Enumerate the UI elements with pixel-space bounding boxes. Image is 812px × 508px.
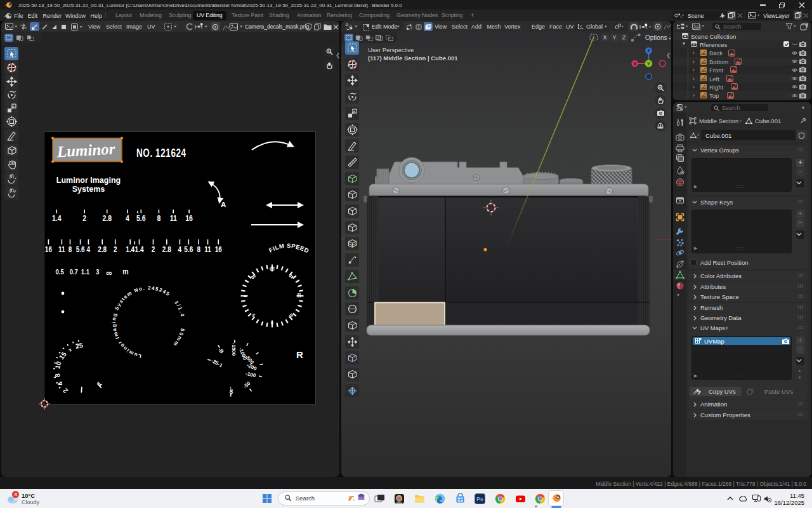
svg-text:15: 15 xyxy=(57,350,68,361)
svg-text:-50: -50 xyxy=(242,380,252,390)
svg-text:16: 16 xyxy=(215,245,222,253)
svg-text:1.1: 1.1 xyxy=(81,268,89,276)
svg-text:5.6: 5.6 xyxy=(76,245,85,253)
svg-text:M365: M365 xyxy=(396,502,402,504)
svg-text:3: 3 xyxy=(96,268,99,276)
svg-text:-100: -100 xyxy=(245,371,256,378)
svg-text:5: 5 xyxy=(251,312,256,318)
svg-text:Luminor Imaging: Luminor Imaging xyxy=(56,176,121,185)
svg-text:11: 11 xyxy=(58,245,65,253)
svg-text:-25-1: -25-1 xyxy=(210,358,223,369)
svg-text:8: 8 xyxy=(157,213,160,223)
svg-text:4: 4 xyxy=(126,213,129,223)
svg-text:2: 2 xyxy=(61,387,69,395)
svg-text:5.6: 5.6 xyxy=(136,213,146,223)
svg-text:1: 1 xyxy=(95,380,103,388)
svg-text:40: 40 xyxy=(250,273,257,279)
svg-text:Systems: Systems xyxy=(72,185,105,194)
svg-text:5.6: 5.6 xyxy=(184,245,193,253)
svg-text:2: 2 xyxy=(82,213,86,223)
svg-text:2.8: 2.8 xyxy=(102,213,112,223)
svg-text:4: 4 xyxy=(178,245,182,253)
svg-text:NO. 121624: NO. 121624 xyxy=(136,146,187,159)
svg-text:4: 4 xyxy=(56,380,64,387)
svg-text:1.4: 1.4 xyxy=(126,245,135,253)
svg-text:2: 2 xyxy=(114,245,117,253)
svg-text:15: 15 xyxy=(297,293,301,298)
svg-text:-200: -200 xyxy=(246,362,258,371)
svg-text:8: 8 xyxy=(53,373,62,378)
svg-text:16: 16 xyxy=(45,245,52,253)
svg-text:2: 2 xyxy=(152,245,155,253)
svg-text:∞: ∞ xyxy=(106,267,112,278)
svg-text:X: X xyxy=(633,61,636,67)
svg-text:Luminor: Luminor xyxy=(56,140,115,161)
svg-text:FILM SPEED: FILM SPEED xyxy=(268,242,310,255)
svg-text:8: 8 xyxy=(69,245,72,253)
svg-text:1.4: 1.4 xyxy=(135,245,145,253)
svg-text:20: 20 xyxy=(270,267,275,271)
svg-text:11: 11 xyxy=(170,213,177,223)
svg-text:2.8: 2.8 xyxy=(98,245,107,253)
svg-text:0.5: 0.5 xyxy=(56,268,64,276)
svg-text:0: 0 xyxy=(271,321,273,325)
svg-text:2.8: 2.8 xyxy=(162,245,171,253)
svg-text:16: 16 xyxy=(185,213,193,223)
svg-text:Ps: Ps xyxy=(476,496,483,502)
svg-text:Y: Y xyxy=(647,61,650,67)
svg-text:Luminor Imaging System No. 245: Luminor Imaging System No. 245245 xyxy=(111,285,171,359)
svg-text:40: 40 xyxy=(288,273,295,280)
svg-text:25: 25 xyxy=(75,341,84,350)
svg-text:1.4: 1.4 xyxy=(52,213,62,223)
svg-text:8: 8 xyxy=(197,245,200,253)
svg-text:-B: -B xyxy=(217,347,225,354)
svg-text:4: 4 xyxy=(87,245,91,253)
svg-text:x: x xyxy=(67,347,73,353)
svg-text:0: 0 xyxy=(243,295,247,298)
svg-text:Z: Z xyxy=(647,48,650,53)
svg-text:-40: -40 xyxy=(228,387,234,394)
svg-text:m: m xyxy=(122,267,128,276)
svg-text:10: 10 xyxy=(53,360,63,369)
svg-text:1/1.4 50mm: 1/1.4 50mm xyxy=(172,300,186,348)
svg-text:-1500: -1500 xyxy=(231,343,237,356)
svg-text:A: A xyxy=(221,201,226,208)
svg-text:0.7: 0.7 xyxy=(70,268,78,276)
svg-text:11: 11 xyxy=(204,245,211,253)
svg-text:R: R xyxy=(296,349,303,360)
